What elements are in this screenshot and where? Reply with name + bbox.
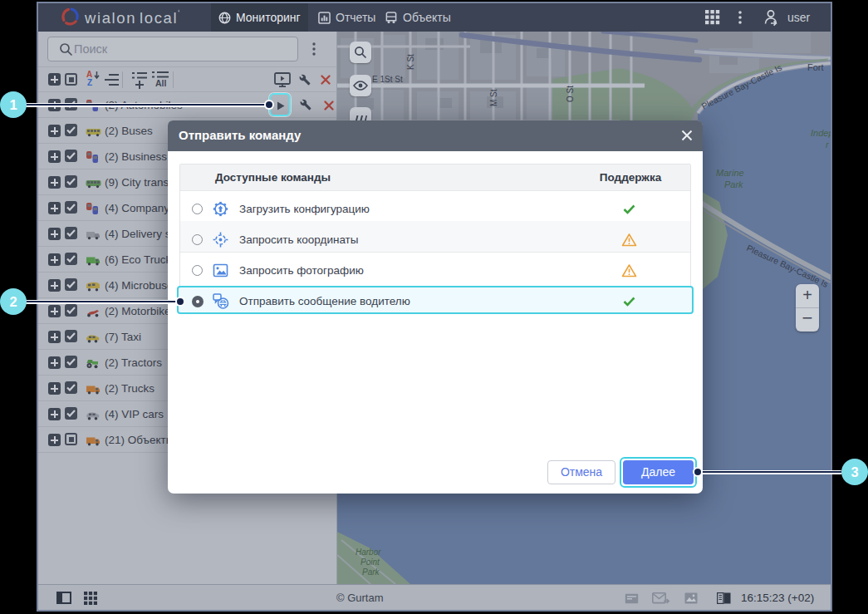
svg-text:M St: M St [489, 89, 498, 106]
svg-text:Park: Park [362, 567, 380, 577]
svg-text:E 1St St: E 1St St [372, 75, 403, 84]
svg-text:O St: O St [566, 86, 575, 102]
svg-text:Point: Point [360, 558, 380, 567]
svg-text:Park: Park [724, 179, 743, 189]
svg-text:Marine: Marine [716, 168, 744, 178]
svg-text:K St: K St [406, 54, 415, 70]
svg-text:Fort: Fort [807, 62, 824, 72]
svg-text:Indep: Indep [811, 128, 831, 138]
svg-text:Harbor: Harbor [356, 548, 381, 557]
